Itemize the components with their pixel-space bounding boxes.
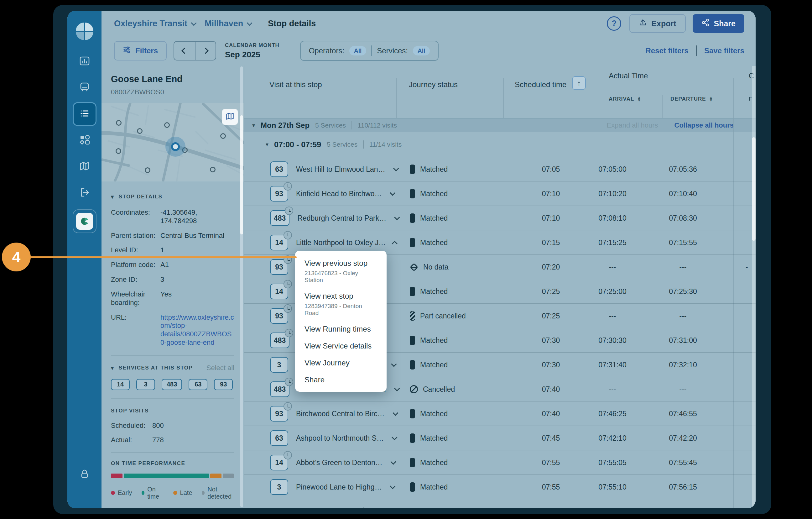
next-hour-group-row[interactable]: ▾ 08:00 - 08:59 5 Services 10/14 visits bbox=[244, 499, 756, 508]
route-badge[interactable]: 483 bbox=[270, 332, 289, 348]
sidebar-item-services[interactable] bbox=[73, 129, 96, 152]
menu-item-view-next-stop[interactable]: View next stop 1283947389 - Denton Road bbox=[295, 292, 386, 317]
share-button[interactable]: Share bbox=[693, 14, 744, 33]
route-badge[interactable]: 93 bbox=[270, 308, 288, 324]
table-row[interactable]: 93Kinfield Head to Birchwo… Matched 07:1… bbox=[244, 181, 756, 206]
route-badge[interactable]: 14 bbox=[270, 235, 288, 250]
table-row[interactable]: 93Birchwood Central to Birc… Matched 07:… bbox=[244, 401, 756, 426]
expand-all-hours-link[interactable]: Expand all hours bbox=[607, 121, 658, 130]
chevron-down-icon[interactable] bbox=[393, 410, 398, 416]
service-chip[interactable]: 63 bbox=[188, 379, 207, 390]
col-departure-header[interactable]: DEPARTURE ▲▼ bbox=[670, 96, 713, 102]
stop-map[interactable] bbox=[102, 103, 244, 182]
otp-late-segment bbox=[210, 473, 221, 478]
menu-item-view-journey[interactable]: View Journey bbox=[295, 358, 386, 367]
route-badge[interactable]: 93 bbox=[270, 259, 288, 275]
top-bar: Oxleyshire Transit Millhaven Stop detail… bbox=[102, 11, 756, 36]
sort-updown-icon: ▲▼ bbox=[709, 96, 713, 102]
sidebar-item-fleet[interactable] bbox=[73, 76, 96, 100]
services-all-badge: All bbox=[413, 46, 430, 55]
table-scrollbar-thumb[interactable] bbox=[752, 137, 756, 241]
journey-status-icon bbox=[410, 263, 418, 271]
sidebar-item-partner-app[interactable] bbox=[73, 209, 96, 233]
route-badge[interactable]: 93 bbox=[270, 186, 288, 201]
sidebar-item-analytics[interactable] bbox=[73, 50, 96, 73]
services-section-header[interactable]: ▾ SERVICES AT THIS STOP Select all bbox=[111, 364, 234, 372]
route-badge[interactable]: 63 bbox=[270, 161, 288, 177]
menu-item-share[interactable]: Share bbox=[295, 376, 386, 384]
table-row[interactable]: 63Ashpool to Northmouth S… Matched 07:45… bbox=[244, 426, 756, 450]
journey-status-label: Matched bbox=[420, 434, 448, 442]
route-badge[interactable]: 3 bbox=[270, 357, 288, 373]
map-stop-marker bbox=[116, 120, 121, 126]
stop-details-section-header[interactable]: ▾ STOP DETAILS bbox=[111, 193, 234, 200]
service-chip[interactable]: 483 bbox=[162, 379, 182, 390]
sidebar-item-sign-out[interactable] bbox=[73, 181, 96, 205]
panel-scrollbar-thumb[interactable] bbox=[240, 115, 243, 235]
collapse-all-hours-link[interactable]: Collapse all hours bbox=[674, 121, 734, 130]
next-month-button[interactable] bbox=[195, 42, 215, 60]
hour-group-row[interactable]: ▾ 07:00 - 07:59 5 Services 11/14 visits bbox=[244, 132, 756, 157]
table-row[interactable]: 63West Hill to Elmwood Lan… Matched 07:0… bbox=[244, 157, 756, 181]
route-badge[interactable]: 93 bbox=[270, 406, 288, 421]
select-all-link[interactable]: Select all bbox=[206, 364, 234, 372]
col-arrival-header[interactable]: ARRIVAL ▲▼ bbox=[609, 96, 641, 102]
active-filters-summary[interactable]: Operators: All Services: All bbox=[300, 41, 439, 61]
actual-arrival: 07:31:40 bbox=[590, 353, 634, 377]
chevron-down-icon[interactable] bbox=[390, 459, 396, 464]
journey-status-label: Matched bbox=[420, 165, 448, 174]
route-badge[interactable]: 3 bbox=[270, 479, 288, 495]
scheduled-sort-button[interactable]: ↑ bbox=[572, 76, 586, 90]
journey-status-icon bbox=[410, 238, 415, 247]
chevron-up-icon[interactable] bbox=[392, 241, 398, 246]
route-badge[interactable]: 63 bbox=[270, 430, 288, 446]
actual-departure: 07:56:15 bbox=[661, 475, 705, 499]
menu-item-view-previous-stop[interactable]: View previous stop 2136476823 - Oxley St… bbox=[295, 259, 386, 284]
visit-name: Little Northpool to Oxley J… bbox=[296, 239, 386, 247]
stop-url-link[interactable]: https://www.oxleyshire.com/stop-details/… bbox=[161, 313, 234, 347]
service-chips: 14 3 483 63 93 bbox=[111, 379, 234, 390]
visit-name: Pinewood Lane to Highg… bbox=[296, 483, 382, 491]
chevron-down-icon[interactable] bbox=[393, 165, 399, 171]
filters-button[interactable]: Filters bbox=[114, 41, 167, 60]
meta-divider bbox=[351, 121, 352, 130]
route-badge[interactable]: 14 bbox=[270, 284, 288, 299]
chevron-down-icon[interactable] bbox=[392, 434, 397, 440]
service-chip[interactable]: 3 bbox=[136, 379, 155, 390]
service-chip[interactable]: 93 bbox=[214, 379, 233, 390]
route-badge[interactable]: 14 bbox=[270, 455, 288, 470]
table-row[interactable]: 14Abbot’s Green to Denton… Matched 07:55… bbox=[244, 450, 756, 474]
chevron-down-icon[interactable] bbox=[394, 214, 400, 220]
route-badge[interactable]: 483 bbox=[270, 381, 289, 397]
export-button[interactable]: Export bbox=[629, 14, 686, 33]
reset-filters-link[interactable]: Reset filters bbox=[646, 46, 689, 55]
breadcrumb-operator-dropdown[interactable]: Oxleyshire Transit bbox=[114, 19, 195, 29]
route-badge[interactable]: 483 bbox=[270, 210, 289, 226]
sidebar-item-lock[interactable] bbox=[73, 463, 96, 486]
actual-arrival: --- bbox=[590, 304, 634, 328]
screenshot-canvas: Oxleyshire Transit Millhaven Stop detail… bbox=[0, 0, 812, 519]
menu-item-view-running-times[interactable]: View Running times bbox=[295, 325, 386, 333]
operators-label: Operators: bbox=[309, 46, 344, 55]
breadcrumb-region-dropdown[interactable]: Millhaven bbox=[205, 19, 251, 29]
journey-status-icon bbox=[410, 360, 415, 370]
map-toggle-button[interactable] bbox=[222, 109, 238, 125]
table-scrollbar-track[interactable] bbox=[752, 66, 756, 508]
service-chip[interactable]: 14 bbox=[111, 379, 130, 390]
table-row[interactable]: 483Redburgh Central to Park… Matched 07:… bbox=[244, 206, 756, 230]
date-group-row[interactable]: ▾ Mon 27th Sep 5 Services 110/112 visits… bbox=[244, 118, 756, 132]
previous-month-button[interactable] bbox=[174, 42, 195, 60]
help-button[interactable]: ? bbox=[607, 16, 621, 31]
otp-notdetected-segment bbox=[223, 473, 234, 478]
sidebar-item-stop-list[interactable] bbox=[73, 102, 96, 126]
table-row[interactable]: 3Pinewood Lane to Highg… Matched 07:55 0… bbox=[244, 474, 756, 499]
chevron-down-icon[interactable] bbox=[394, 385, 400, 391]
clock-icon bbox=[284, 280, 292, 288]
chevron-down-icon[interactable] bbox=[390, 190, 395, 196]
save-filters-link[interactable]: Save filters bbox=[704, 46, 744, 55]
chevron-down-icon[interactable] bbox=[391, 361, 397, 367]
col-scheduled-header[interactable]: Scheduled time bbox=[515, 80, 567, 89]
menu-item-view-service-details[interactable]: View Service details bbox=[295, 342, 386, 350]
chevron-down-icon[interactable] bbox=[390, 483, 395, 489]
sidebar-item-map[interactable] bbox=[73, 155, 96, 179]
